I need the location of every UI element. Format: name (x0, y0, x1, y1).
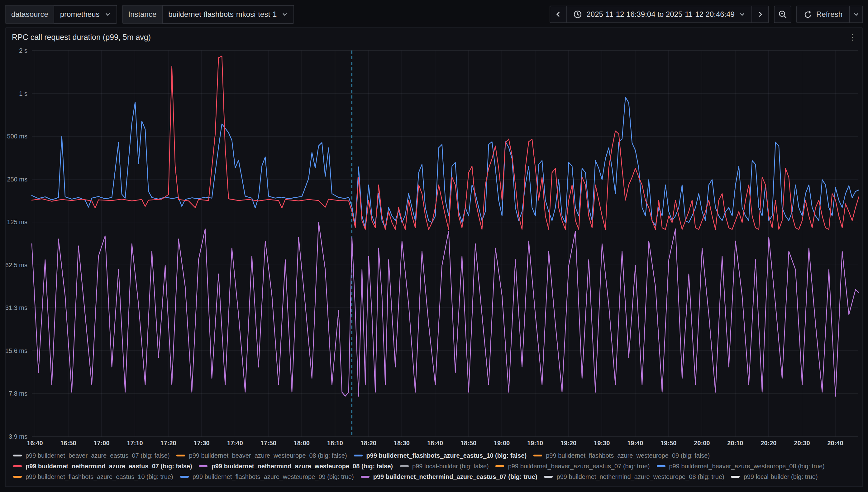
legend-item[interactable]: p99 buildernet_flashbots_azure_eastus_10… (13, 472, 173, 482)
x-axis-label: 19:00 (494, 440, 510, 446)
panel-title[interactable]: RPC call request duration (p99, 5m avg) (12, 33, 151, 42)
chevron-down-icon (282, 11, 288, 18)
x-axis-label: 17:20 (160, 440, 176, 446)
legend-label: p99 buildernet_nethermind_azure_eastus_0… (373, 473, 537, 480)
x-axis-label: 18:20 (361, 440, 376, 446)
legend-label: p99 buildernet_nethermind_azure_eastus_0… (26, 463, 192, 470)
series-line (32, 56, 859, 229)
y-axis-label: 2 s (19, 47, 27, 54)
legend-label: p99 buildernet_beaver_azure_westeurope_0… (189, 452, 347, 459)
var-instance: Instance buildernet-flashbots-mkosi-test… (122, 5, 294, 24)
time-nav-group: 2025-11-12 16:39:04 to 2025-11-12 20:46:… (550, 6, 769, 23)
legend-item[interactable]: p99 local-builder (big: false) (400, 462, 489, 471)
legend-label: p99 buildernet_beaver_azure_eastus_07 (b… (508, 463, 650, 470)
grafana-dashboard: datasource prometheus Instance builderne… (0, 0, 868, 492)
zoom-out-button[interactable] (774, 6, 791, 23)
datasource-value: prometheus (60, 10, 100, 19)
chevron-down-icon (853, 11, 859, 18)
x-axis-label: 19:20 (560, 440, 576, 446)
legend-item[interactable]: p99 buildernet_flashbots_azure_westeurop… (180, 472, 354, 482)
y-axis-label: 7.8 ms (9, 390, 27, 397)
series-color-dash (533, 454, 542, 457)
dashboard-toolbar: datasource prometheus Instance builderne… (0, 0, 868, 27)
refresh-label: Refresh (816, 10, 842, 19)
instance-select[interactable]: buildernet-flashbots-mkosi-test-1 (162, 5, 294, 24)
x-axis-label: 20:30 (794, 440, 810, 446)
refresh-button[interactable]: Refresh (796, 6, 850, 23)
timeseries-chart[interactable]: 2 s1 s500 ms250 ms125 ms62.5 ms31.3 ms15… (6, 46, 862, 449)
x-axis-label: 19:30 (594, 440, 610, 446)
y-axis-label: 62.5 ms (6, 262, 27, 268)
chevron-down-icon (105, 11, 111, 18)
legend-item[interactable]: p99 buildernet_beaver_azure_westeurope_0… (657, 462, 825, 471)
series-color-dash (544, 476, 553, 478)
x-axis-label: 20:20 (761, 440, 777, 446)
legend-item[interactable]: p99 buildernet_nethermind_azure_eastus_0… (361, 472, 537, 482)
x-axis-label: 16:50 (60, 440, 76, 446)
legend-label: p99 local-builder (big: true) (744, 473, 818, 480)
series-color-dash (177, 454, 185, 457)
series-color-dash (400, 465, 409, 467)
y-axis-label: 500 ms (7, 133, 27, 140)
time-shift-forward-button[interactable] (752, 6, 769, 23)
legend-label: p99 buildernet_flashbots_azure_westeurop… (192, 473, 354, 480)
x-axis-label: 17:30 (194, 440, 210, 446)
legend-item[interactable]: p99 buildernet_beaver_azure_eastus_07 (b… (13, 451, 170, 460)
legend-label: p99 buildernet_flashbots_azure_westeurop… (546, 452, 710, 459)
x-axis-label: 18:10 (327, 440, 343, 446)
series-color-dash (361, 476, 369, 478)
x-axis-label: 20:10 (727, 440, 743, 446)
legend-item[interactable]: p99 buildernet_nethermind_azure_westeuro… (199, 462, 393, 471)
time-shift-back-button[interactable] (550, 6, 567, 23)
refresh-interval-dropdown[interactable] (849, 6, 863, 23)
legend-label: p99 buildernet_flashbots_azure_eastus_10… (366, 452, 527, 459)
var-datasource: datasource prometheus (5, 5, 117, 24)
panel-header: RPC call request duration (p99, 5m avg) … (6, 28, 862, 46)
x-axis-label: 18:50 (461, 440, 476, 446)
datasource-select[interactable]: prometheus (54, 5, 117, 24)
chart-plot[interactable]: 2 s1 s500 ms250 ms125 ms62.5 ms31.3 ms15… (6, 46, 862, 449)
y-axis-label: 3.9 ms (9, 433, 27, 440)
legend-item[interactable]: p99 buildernet_beaver_azure_westeurope_0… (177, 451, 347, 460)
clock-icon (573, 10, 582, 19)
legend: p99 buildernet_beaver_azure_eastus_07 (b… (6, 449, 862, 486)
series-line (32, 97, 859, 228)
chevron-left-icon (555, 10, 562, 18)
series-color-dash (496, 465, 504, 467)
panel-menu-kebab-icon[interactable]: ⋮ (845, 31, 860, 44)
x-axis-label: 17:40 (227, 440, 243, 446)
legend-label: p99 local-builder (big: false) (412, 463, 489, 470)
y-axis-label: 125 ms (7, 219, 27, 225)
series-color-dash (13, 454, 22, 457)
legend-item[interactable]: p99 buildernet_nethermind_azure_westeuro… (544, 472, 725, 482)
x-axis-label: 17:00 (94, 440, 109, 446)
x-axis-label: 20:40 (827, 440, 843, 446)
series-color-dash (354, 454, 363, 457)
magnifier-minus-icon (778, 10, 787, 19)
legend-item[interactable]: p99 buildernet_flashbots_azure_westeurop… (533, 451, 710, 460)
legend-label: p99 buildernet_beaver_azure_westeurope_0… (669, 463, 825, 470)
y-axis-label: 31.3 ms (6, 304, 27, 311)
legend-item[interactable]: p99 buildernet_beaver_azure_eastus_07 (b… (496, 462, 650, 471)
x-axis-label: 17:10 (127, 440, 143, 446)
y-axis-label: 250 ms (7, 176, 27, 183)
panel-rpc-duration: RPC call request duration (p99, 5m avg) … (5, 27, 863, 487)
chevron-right-icon (757, 10, 764, 18)
x-axis-label: 17:50 (260, 440, 277, 446)
x-axis-label: 18:00 (294, 440, 310, 446)
x-axis-label: 18:30 (394, 440, 410, 446)
chevron-down-icon (739, 11, 745, 18)
legend-item[interactable]: p99 buildernet_flashbots_azure_eastus_10… (354, 451, 527, 460)
refresh-group: Refresh (796, 6, 863, 23)
series-color-dash (731, 476, 740, 478)
series-color-dash (199, 465, 208, 467)
time-range-picker[interactable]: 2025-11-12 16:39:04 to 2025-11-12 20:46:… (567, 6, 752, 23)
y-axis-label: 15.6 ms (6, 347, 27, 354)
legend-item[interactable]: p99 buildernet_nethermind_azure_eastus_0… (13, 462, 192, 471)
series-color-dash (13, 476, 22, 478)
datasource-label: datasource (5, 5, 54, 24)
legend-item[interactable]: p99 local-builder (big: true) (731, 472, 818, 482)
x-axis-label: 19:40 (627, 440, 643, 446)
series-color-dash (657, 465, 665, 467)
legend-label: p99 buildernet_beaver_azure_eastus_07 (b… (26, 452, 170, 459)
